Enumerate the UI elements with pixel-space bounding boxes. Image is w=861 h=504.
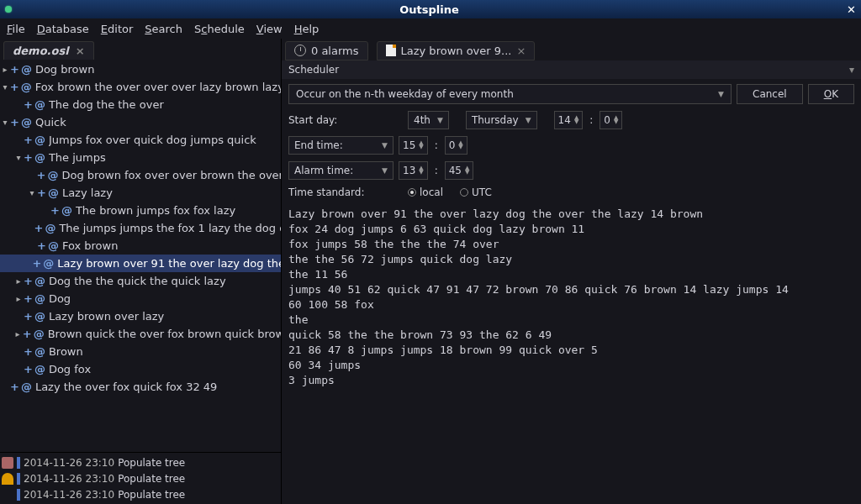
collapse-icon[interactable]: ▾ — [0, 79, 10, 96]
tree-row[interactable]: ▸+@Dog brown — [0, 60, 281, 78]
at-icon: @ — [34, 132, 45, 149]
alarms-tab[interactable]: 0 alarms — [285, 41, 368, 60]
tree-item-label: Quick — [35, 114, 66, 131]
collapse-icon[interactable]: ▾ — [13, 150, 24, 166]
tree-item-label: Lazy lazy — [62, 185, 113, 202]
plus-icon: + — [32, 255, 41, 272]
start-day-label: Start day: — [288, 114, 368, 126]
tree-row[interactable]: ·+@Lazy brown over 91 the over lazy dog … — [0, 255, 281, 272]
plus-icon: + — [10, 379, 19, 396]
tree-row[interactable]: ·+@Lazy brown over lazy — [0, 307, 281, 325]
end-time-select[interactable]: End time:▼ — [288, 136, 394, 155]
tree-item-label: The jumps — [49, 150, 106, 166]
tree-row[interactable]: ·+@Lazy the over fox quick fox 32 49 — [0, 378, 281, 396]
menu-search[interactable]: Search — [145, 23, 182, 35]
end-hour-spin[interactable]: 15▲▼ — [399, 136, 428, 155]
tree[interactable]: ▸+@Dog brown▾+@Fox brown the over over o… — [0, 60, 281, 452]
log-row[interactable]: 2014-11-26 23:10Populate tree — [2, 486, 279, 502]
rule-value: Occur on the n-th weekday of every month — [296, 88, 514, 100]
at-icon: @ — [47, 167, 58, 184]
tree-row[interactable]: ▸+@Brown quick the over fox brown quick … — [0, 325, 281, 343]
tree-item-label: Dog brown — [35, 61, 94, 78]
menu-view[interactable]: View — [256, 23, 283, 35]
tree-item-label: The jumps jumps the fox 1 lazy the dog d… — [59, 220, 281, 237]
tree-item-label: Lazy brown over lazy — [49, 308, 164, 325]
tree-row[interactable]: ·+@Dog brown fox over over brown the ove… — [0, 166, 281, 184]
ts-local-radio[interactable]: local — [408, 186, 443, 198]
log-text: Populate tree — [118, 457, 185, 469]
close-icon[interactable]: ✕ — [847, 3, 856, 16]
start-nth-select[interactable]: 4th▼ — [408, 111, 449, 129]
at-icon: @ — [34, 326, 45, 343]
menu-database[interactable]: Database — [37, 23, 89, 35]
tree-row[interactable]: ·+@Jumps fox over quick dog jumps quick — [0, 131, 281, 149]
start-weekday-select[interactable]: Thursday▼ — [466, 111, 537, 129]
item-tab-label: Lazy brown over 9... — [401, 45, 512, 57]
menu-file[interactable]: File — [7, 23, 25, 35]
plus-icon: + — [24, 361, 33, 378]
start-hour-spin[interactable]: 14▲▼ — [554, 111, 584, 129]
item-body-text[interactable]: Lazy brown over 91 the over lazy dog the… — [282, 203, 861, 504]
log-row[interactable]: 2014-11-26 23:10Populate tree — [2, 454, 279, 470]
main-area: demo.osl × ▸+@Dog brown▾+@Fox brown the … — [0, 39, 861, 504]
close-icon[interactable]: × — [76, 45, 85, 57]
at-icon: @ — [34, 150, 45, 166]
tree-row[interactable]: ▾+@The jumps — [0, 149, 281, 166]
collapse-icon[interactable]: ▾ — [27, 185, 37, 202]
menu-editor[interactable]: Editor — [101, 23, 133, 35]
plus-icon: + — [24, 308, 33, 325]
log: 2014-11-26 23:10Populate tree2014-11-26 … — [0, 452, 281, 504]
menu-schedule[interactable]: Schedule — [194, 23, 245, 35]
tree-row[interactable]: ·+@The jumps jumps the fox 1 lazy the do… — [0, 219, 281, 237]
scheduler-head[interactable]: Scheduler ▾ — [282, 60, 861, 79]
tree-item-label: Lazy the over fox quick fox 32 49 — [35, 379, 218, 396]
tree-row[interactable]: ▾+@Fox brown the over over over lazy bro… — [0, 78, 281, 96]
tree-row[interactable]: ▸+@Dog the the quick the quick lazy — [0, 272, 281, 290]
tree-item-label: Fox brown the over over over lazy brown … — [35, 79, 281, 96]
alarm-hour-spin[interactable]: 13▲▼ — [399, 161, 428, 180]
tree-item-label: Brown quick the over fox brown quick bro… — [48, 326, 281, 343]
tree-row[interactable]: ▾+@Quick — [0, 113, 281, 131]
app-icon — [5, 6, 12, 13]
rule-dropdown[interactable]: Occur on the n-th weekday of every month… — [288, 84, 732, 104]
tree-row[interactable]: ·+@Fox brown — [0, 237, 281, 255]
tree-row[interactable]: ▸+@Dog — [0, 290, 281, 307]
expand-icon[interactable]: ▸ — [13, 326, 22, 343]
item-tab[interactable]: Lazy brown over 9... × — [377, 41, 536, 60]
plus-icon: + — [24, 344, 33, 360]
start-min-spin[interactable]: 0▲▼ — [600, 111, 622, 129]
expand-icon[interactable]: ▸ — [13, 291, 24, 307]
at-icon: @ — [34, 273, 45, 290]
scheduler-heading: Scheduler — [288, 64, 339, 76]
at-icon: @ — [45, 220, 55, 237]
tree-row[interactable]: ·+@The dog the the over — [0, 96, 281, 113]
collapse-icon[interactable]: ▾ — [0, 114, 10, 131]
cancel-button[interactable]: Cancel — [737, 84, 803, 104]
at-icon: @ — [34, 344, 45, 360]
log-bar-icon — [17, 457, 20, 469]
end-min-spin[interactable]: 0▲▼ — [445, 136, 467, 155]
log-row[interactable]: 2014-11-26 23:10Populate tree — [2, 470, 279, 486]
alarm-time-select[interactable]: Alarm time:▼ — [288, 161, 394, 180]
log-time: 2014-11-26 23:10 — [24, 473, 114, 485]
tree-item-label: Dog — [49, 291, 71, 307]
db-tabrow: demo.osl × — [0, 39, 281, 60]
tree-row[interactable]: ·+@Dog fox — [0, 360, 281, 378]
expand-icon[interactable]: ▸ — [0, 61, 10, 78]
ok-button[interactable]: OK — [808, 84, 854, 104]
at-icon: @ — [61, 202, 72, 219]
menu-help[interactable]: Help — [294, 23, 320, 35]
db-tab[interactable]: demo.osl × — [3, 41, 94, 60]
tree-row[interactable]: ·+@The brown jumps fox fox lazy — [0, 202, 281, 219]
at-icon: @ — [34, 97, 45, 113]
expand-icon[interactable]: ▸ — [13, 273, 24, 290]
clock-icon — [294, 45, 306, 56]
tree-row[interactable]: ▾+@Lazy lazy — [0, 184, 281, 202]
close-icon[interactable]: × — [516, 45, 526, 57]
ts-utc-radio[interactable]: UTC — [460, 186, 492, 198]
alarm-min-spin[interactable]: 45▲▼ — [445, 161, 474, 180]
right-tabrow: 0 alarms Lazy brown over 9... × — [282, 39, 861, 60]
plus-icon: + — [37, 185, 46, 202]
tree-row[interactable]: ·+@Brown — [0, 343, 281, 360]
plus-icon: + — [34, 220, 44, 237]
